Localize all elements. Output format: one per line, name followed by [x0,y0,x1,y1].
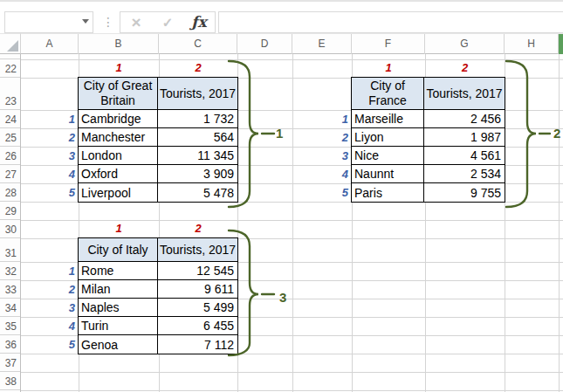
city-cell[interactable]: Nice [352,147,424,164]
row-number-cell[interactable]: 3 [21,299,75,317]
city-cell[interactable]: Liyon [352,128,424,146]
table-it-row-numbers: 1 2 3 4 5 [21,262,75,354]
table-header-row: City of Great Britain Tourists, 2017 [79,78,237,110]
enter-button[interactable]: ✓ [154,12,181,32]
row-number-cell[interactable]: 2 [21,280,75,299]
brace-1-label[interactable]: 1 [276,125,293,142]
formula-input-box[interactable] [218,11,563,33]
column-header-h[interactable]: H [505,34,559,54]
table-row: Turin 6 455 [79,317,237,335]
table-it-col-label-1[interactable]: 1 [79,220,159,237]
row-number-cell[interactable]: 5 [21,183,75,202]
row-number-cell[interactable]: 4 [21,165,75,183]
row-header-29[interactable]: 29 [0,202,20,220]
row-header-24[interactable]: 24 [0,110,20,128]
row-number-cell[interactable]: 4 [21,317,75,335]
row-number-cell[interactable]: 1 [21,110,75,128]
table-row: Oxford 3 909 [79,165,237,183]
drag-handle-icon[interactable]: ⋮ [102,11,113,33]
table-row: Manchester 564 [79,128,237,147]
row-header-30[interactable]: 30 [0,220,20,238]
table-header-row: City of France Tourists, 2017 [352,78,505,110]
city-cell[interactable]: Rome [79,262,158,279]
city-cell[interactable]: Marseille [352,110,424,127]
column-header-c[interactable]: C [159,34,237,54]
row-number-cell[interactable]: 2 [21,128,75,147]
row-header-36[interactable]: 36 [0,335,20,354]
brace-1-shape[interactable] [223,54,311,215]
brace-2-label[interactable]: 2 [553,125,563,142]
cancel-button[interactable]: × [123,12,149,32]
value-cell[interactable]: 2 456 [424,110,505,127]
column-header-e[interactable]: E [292,34,352,54]
table-row: Naunnt 2 534 [352,165,505,183]
city-cell[interactable]: Naples [79,299,158,316]
column-header-a[interactable]: A [21,34,79,54]
city-cell[interactable]: Manchester [79,128,158,146]
sheet-grid[interactable]: 1 2 1 2 3 4 5 City of Great Britain Tour… [21,54,563,392]
city-cell[interactable]: Genoa [79,335,158,354]
row-number-cell[interactable]: 3 [21,147,75,165]
table-row: Nice 4 561 [352,147,505,165]
value-cell[interactable]: 2 534 [424,165,505,182]
header-cell-city[interactable]: City of France [352,78,424,109]
table-fr-col-label-2[interactable]: 2 [425,59,505,77]
formula-bar: ⋮ × ✓ ƒx [0,0,563,33]
row-header-26[interactable]: 26 [0,147,20,165]
row-header-23[interactable]: 23 [0,78,20,110]
table-gb-col-label-1[interactable]: 1 [79,59,159,77]
selected-column-indicator [559,34,563,54]
header-cell-city[interactable]: City of Great Britain [79,78,158,109]
city-cell[interactable]: Naunnt [352,165,424,182]
formula-button-group: × ✓ ƒx [120,11,216,33]
row-header-32[interactable]: 32 [0,262,20,280]
insert-function-button[interactable]: ƒx [186,12,212,32]
row-header-27[interactable]: 27 [0,165,20,183]
row-number-cell[interactable]: 5 [21,335,75,354]
value-cell[interactable]: 9 755 [424,183,505,202]
value-cell[interactable]: 1 987 [424,128,505,146]
brace-3-label[interactable]: 3 [279,289,297,306]
table-france: City of France Tourists, 2017 Marseille … [351,77,505,203]
row-header-31[interactable]: 31 [0,238,20,262]
table-row: Marseille 2 456 [352,110,505,128]
row-header-34[interactable]: 34 [0,299,20,317]
row-header-38[interactable]: 38 [0,372,20,390]
header-cell-tourists[interactable]: Tourists, 2017 [424,78,505,109]
city-cell[interactable]: Turin [79,317,158,334]
select-all-corner[interactable] [0,33,21,54]
city-cell[interactable]: Paris [352,183,424,202]
city-cell[interactable]: Cambridge [79,110,158,127]
table-row: Paris 9 755 [352,183,505,202]
column-header-g[interactable]: G [425,34,505,54]
column-header-f[interactable]: F [352,34,425,54]
formula-input[interactable] [219,12,551,31]
excel-window: ⋮ × ✓ ƒx A B C D E F G H 22 23 24 25 26 … [0,0,563,392]
brace-3-shape[interactable] [223,225,311,361]
row-header-25[interactable]: 25 [0,128,20,147]
city-cell[interactable]: Liverpool [79,183,158,202]
header-cell-city[interactable]: City of Italy [79,238,158,261]
row-number-cell[interactable]: 1 [21,262,75,280]
table-fr-col-label-1[interactable]: 1 [352,59,425,77]
column-headers: A B C D E F G H [21,33,563,54]
table-great-britain: City of Great Britain Tourists, 2017 Cam… [78,77,238,203]
table-row: Cambridge 1 732 [79,110,237,128]
column-header-b[interactable]: B [79,34,159,54]
name-box-input[interactable] [5,12,75,31]
row-header-28[interactable]: 28 [0,183,20,202]
select-all-triangle-icon [7,40,18,52]
row-header-33[interactable]: 33 [0,280,20,299]
table-gb-row-numbers: 1 2 3 4 5 [21,110,75,202]
row-header-35[interactable]: 35 [0,317,20,335]
value-cell[interactable]: 4 561 [424,147,505,164]
name-box[interactable] [4,11,93,33]
row-header-37[interactable]: 37 [0,354,20,372]
name-box-dropdown-icon[interactable] [82,19,89,24]
city-cell[interactable]: Oxford [79,165,158,182]
city-cell[interactable]: Milan [79,280,158,298]
row-headers: 22 23 24 25 26 27 28 29 30 31 32 33 34 3… [0,54,21,392]
row-header-22[interactable]: 22 [0,59,20,78]
column-header-d[interactable]: D [237,34,292,54]
city-cell[interactable]: London [79,147,158,164]
